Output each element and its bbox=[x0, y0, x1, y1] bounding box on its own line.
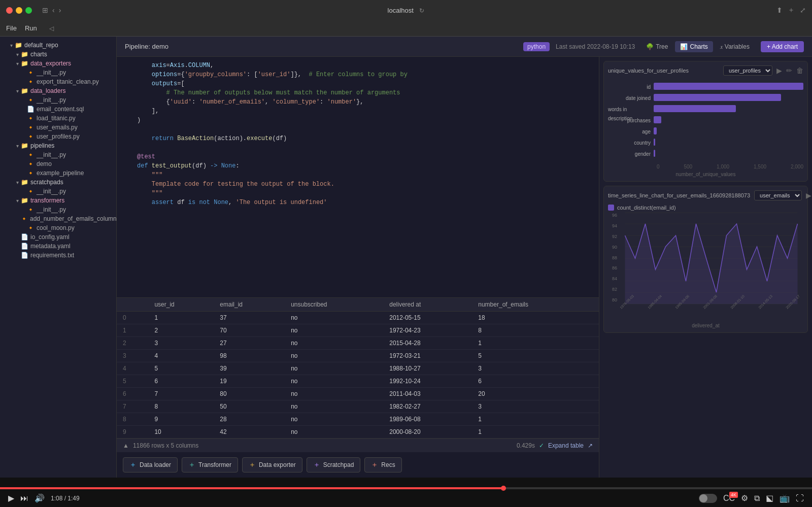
sidebar-item-export-titanic[interactable]: 🔸 export_titanic_clean.py bbox=[0, 77, 116, 86]
sidebar-item-transformers[interactable]: ▾ 📁 transformers bbox=[0, 196, 116, 205]
data-exporter-button[interactable]: ＋ Data exporter bbox=[242, 457, 302, 472]
sidebar-item-scratchpads[interactable]: ▾ 📁 scratchpads bbox=[0, 178, 116, 187]
scratchpad-button[interactable]: ＋ Scratchpad bbox=[307, 457, 361, 472]
collapse-icon[interactable]: ▲ bbox=[123, 442, 129, 449]
cell-number-of-emails: 20 bbox=[472, 388, 599, 400]
progress-bar[interactable] bbox=[0, 487, 812, 489]
progress-knob[interactable] bbox=[501, 486, 506, 491]
tab-charts[interactable]: 📊 Charts bbox=[675, 41, 713, 52]
sidebar-item-data-exporters[interactable]: ▾ 📁 data_exporters bbox=[0, 59, 116, 68]
fullscreen-button[interactable]: ⛶ bbox=[796, 494, 804, 503]
play-pause-button[interactable]: ▶ bbox=[8, 493, 14, 503]
cell-delivered-at: 1972-04-23 bbox=[383, 324, 472, 337]
code-line: def test_output(df) -> None: bbox=[117, 161, 599, 171]
code-line: Template code for testing the output of … bbox=[117, 180, 599, 189]
sidebar-toggle-icon[interactable]: ⊞ bbox=[42, 6, 48, 14]
row-index: 4 bbox=[117, 362, 148, 375]
sidebar: ▾ 📁 default_repo ▾ 📁 charts ▾ 📁 data_exp… bbox=[0, 37, 117, 478]
new-tab-icon[interactable]: ＋ bbox=[788, 6, 795, 15]
pip-button[interactable]: ⧉ bbox=[754, 494, 760, 503]
delete-icon[interactable]: 🗑 bbox=[796, 66, 803, 75]
editor-area: axis=Axis.COLUMN, options={'groupby_colu… bbox=[117, 57, 812, 478]
cc-button[interactable]: CC 4K bbox=[723, 494, 735, 503]
cell-user-id: 10 bbox=[148, 426, 214, 438]
cc-badge: 4K bbox=[729, 492, 738, 498]
back-icon[interactable]: ‹ bbox=[52, 6, 55, 14]
toggle-switch[interactable] bbox=[699, 494, 717, 503]
expand-table-link[interactable]: Expand table bbox=[548, 442, 584, 449]
tab-variables[interactable]: 𝑥 Variables bbox=[715, 41, 755, 52]
sidebar-item-load-titanic[interactable]: 🔸 load_titanic.py bbox=[0, 114, 116, 123]
sidebar-collapse-icon[interactable]: ◁ bbox=[49, 25, 54, 32]
data-loader-button[interactable]: ＋ Data loader bbox=[123, 457, 178, 472]
edit-icon[interactable]: ✏ bbox=[786, 66, 792, 75]
col-header-user-id[interactable]: user_id bbox=[148, 298, 214, 312]
sidebar-item-exporters-init[interactable]: 🔸 __init__.py bbox=[0, 68, 116, 77]
next-button[interactable]: ⏭ bbox=[20, 494, 28, 503]
sidebar-item-charts[interactable]: ▾ 📁 charts bbox=[0, 50, 116, 59]
row-index: 0 bbox=[117, 312, 148, 324]
maximize-button[interactable] bbox=[25, 7, 32, 14]
menu-run[interactable]: Run bbox=[25, 24, 37, 32]
sidebar-item-metadata[interactable]: 📄 metadata.yaml bbox=[0, 242, 116, 251]
variables-icon: 𝑥 bbox=[720, 43, 723, 50]
sidebar-item-example-pipeline[interactable]: 🔸 example_pipeline bbox=[0, 168, 116, 178]
col-header-email-id[interactable]: email_id bbox=[214, 298, 285, 312]
fullscreen-icon[interactable]: ⤢ bbox=[800, 6, 806, 14]
bar-chart-dropdown[interactable]: user_profiles bbox=[723, 65, 772, 76]
action-buttons: ＋ Data loader ＋ Transformer ＋ Data expor… bbox=[117, 452, 599, 478]
play-icon[interactable]: ▶ bbox=[776, 66, 782, 75]
line-chart-dropdown[interactable]: user_emails bbox=[754, 190, 802, 200]
add-chart-button[interactable]: + Add chart bbox=[761, 41, 804, 52]
status-check: ✓ bbox=[539, 442, 544, 449]
cell-unsubscribed: no bbox=[285, 375, 383, 388]
share-icon[interactable]: ⬆ bbox=[776, 6, 783, 14]
code-line: ], bbox=[117, 107, 599, 116]
sidebar-item-io-config[interactable]: 📄 io_config.yaml bbox=[0, 232, 116, 242]
code-editor[interactable]: axis=Axis.COLUMN, options={'groupby_colu… bbox=[117, 57, 599, 297]
tab-tree[interactable]: 🌳 Tree bbox=[641, 41, 673, 52]
cell-email-id: 50 bbox=[214, 400, 285, 413]
forward-icon[interactable]: › bbox=[59, 6, 61, 14]
sidebar-item-email-content[interactable]: 📄 email_content.sql bbox=[0, 105, 116, 114]
close-button[interactable] bbox=[6, 7, 13, 14]
settings-button[interactable]: ⚙ bbox=[741, 493, 748, 503]
pipeline-title: Pipeline: demo bbox=[125, 43, 168, 50]
data-table-scroll[interactable]: user_id email_id unsubscribed delivered … bbox=[117, 298, 599, 438]
sidebar-item-pipelines-init[interactable]: 🔸 __init__.py bbox=[0, 150, 116, 159]
table-row: 3 4 98 no 1972-03-21 5 bbox=[117, 350, 599, 362]
table-row: 1 2 70 no 1972-04-23 8 bbox=[117, 324, 599, 337]
menu-file[interactable]: File bbox=[6, 24, 17, 32]
sidebar-item-add-emails-col[interactable]: 🔸 add_number_of_emails_column.py bbox=[0, 214, 116, 223]
minimize-button[interactable] bbox=[16, 7, 22, 14]
reload-icon[interactable]: ↻ bbox=[419, 7, 424, 14]
cell-email-id: 70 bbox=[214, 324, 285, 337]
sidebar-item-default-repo[interactable]: ▾ 📁 default_repo bbox=[0, 41, 116, 50]
sidebar-item-demo[interactable]: 🔸 demo bbox=[0, 159, 116, 168]
cell-number-of-emails: 1 bbox=[472, 337, 599, 350]
traffic-lights bbox=[6, 7, 32, 14]
url-bar[interactable]: localhost ↻ bbox=[388, 7, 425, 14]
sidebar-item-pipelines[interactable]: ▾ 📁 pipelines bbox=[0, 141, 116, 150]
sidebar-item-scratchpads-init[interactable]: 🔸 __init__.py bbox=[0, 187, 116, 196]
airplay-button[interactable]: ⬕ bbox=[766, 493, 773, 503]
col-header-number-of-emails[interactable]: number_of_emails bbox=[472, 298, 599, 312]
sidebar-item-transformers-init[interactable]: 🔸 __init__.py bbox=[0, 205, 116, 214]
transformer-button[interactable]: ＋ Transformer bbox=[182, 457, 238, 472]
table-row: 6 7 80 no 2011-04-03 20 bbox=[117, 388, 599, 400]
col-header-delivered-at[interactable]: delivered at bbox=[383, 298, 472, 312]
python-badge: python bbox=[523, 42, 550, 51]
sidebar-item-user-emails[interactable]: 🔸 user_emails.py bbox=[0, 123, 116, 132]
sidebar-item-requirements[interactable]: 📄 requirements.txt bbox=[0, 251, 116, 260]
sidebar-item-cool-moon[interactable]: 🔸 cool_moon.py bbox=[0, 223, 116, 232]
sidebar-item-loaders-init[interactable]: 🔸 __init__.py bbox=[0, 95, 116, 105]
code-line: options={'groupby_columns': ['user_id']}… bbox=[117, 70, 599, 79]
sidebar-item-user-profiles[interactable]: 🔸 user_profiles.py bbox=[0, 132, 116, 141]
volume-button[interactable]: 🔊 bbox=[35, 493, 45, 503]
sidebar-item-data-loaders[interactable]: ▾ 📁 data_loaders bbox=[0, 86, 116, 95]
chromecast-button[interactable]: 📺 bbox=[780, 493, 790, 503]
col-header-unsubscribed[interactable]: unsubscribed bbox=[285, 298, 383, 312]
line-play-icon[interactable]: ▶ bbox=[806, 191, 811, 199]
code-line: @test bbox=[117, 152, 599, 161]
recs-button[interactable]: ＋ Recs bbox=[364, 457, 401, 472]
